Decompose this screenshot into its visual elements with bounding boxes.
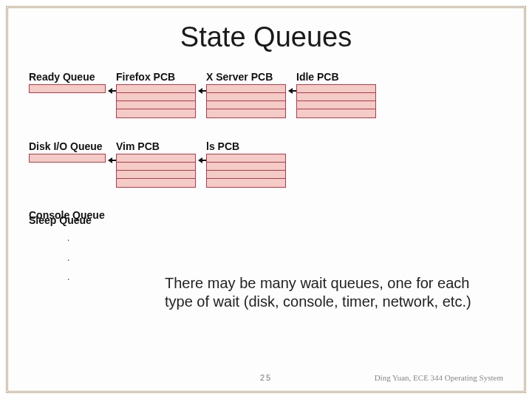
pcb-firefox: Firefox PCB [116, 71, 200, 118]
pcb-slot [207, 109, 285, 117]
diskio-queue-row: Disk I/O Queue Vim PCB ls PCB [29, 140, 503, 188]
pcb-slot [117, 171, 195, 179]
pcb-slot [297, 109, 375, 117]
pcb-idle: Idle PCB [296, 71, 381, 118]
slide-footer: 25 Ding Yuan, ECE 344 Operating System [8, 373, 524, 382]
slide-frame: State Queues Ready Queue Firefox PCB X [6, 6, 526, 393]
pcb-box [206, 84, 286, 118]
pcb-slot [117, 101, 195, 109]
pcb-slot [207, 179, 285, 187]
pcb-label: Vim PCB [116, 140, 200, 152]
pcb-slot [117, 179, 195, 187]
pcb-box [206, 154, 286, 188]
pcb-slot [117, 163, 195, 171]
explanatory-note: There may be many wait queues, one for e… [165, 274, 482, 311]
pcb-slot [117, 109, 195, 117]
pcb-box [116, 84, 196, 118]
diskio-queue-head-box [29, 154, 106, 163]
pcb-xserver: X Server PCB [206, 71, 290, 118]
pcb-slot [207, 163, 285, 171]
ready-queue-row: Ready Queue Firefox PCB X Server PCB [29, 71, 503, 118]
pcb-slot [117, 93, 195, 101]
pcb-label: ls PCB [206, 140, 290, 152]
ready-queue-label: Ready Queue [29, 71, 110, 83]
pcb-slot [207, 101, 285, 109]
pcb-label: Idle PCB [296, 71, 381, 83]
ready-queue-head-box [29, 84, 106, 93]
pcb-slot [117, 85, 195, 93]
pcb-ls: ls PCB [206, 140, 290, 188]
queues-diagram: Ready Queue Firefox PCB X Server PCB [8, 71, 524, 188]
attribution: Ding Yuan, ECE 344 Operating System [375, 373, 503, 382]
pcb-slot [207, 85, 285, 93]
pcb-slot [207, 171, 285, 179]
pcb-slot [117, 154, 195, 163]
page-number: 25 [260, 373, 272, 382]
diskio-queue-label: Disk I/O Queue [29, 140, 110, 152]
pcb-slot [297, 85, 375, 93]
ready-queue-head: Ready Queue [29, 71, 110, 93]
pcb-slot [207, 154, 285, 163]
pcb-label: X Server PCB [206, 71, 290, 83]
pcb-slot [297, 101, 375, 109]
pcb-slot [297, 93, 375, 101]
pcb-slot [207, 93, 285, 101]
diskio-queue-head: Disk I/O Queue [29, 140, 110, 163]
pcb-label: Firefox PCB [116, 71, 200, 83]
slide-title: State Queues [8, 21, 524, 53]
pcb-vim: Vim PCB [116, 140, 200, 188]
pcb-box [296, 84, 376, 118]
pcb-box [116, 154, 196, 188]
